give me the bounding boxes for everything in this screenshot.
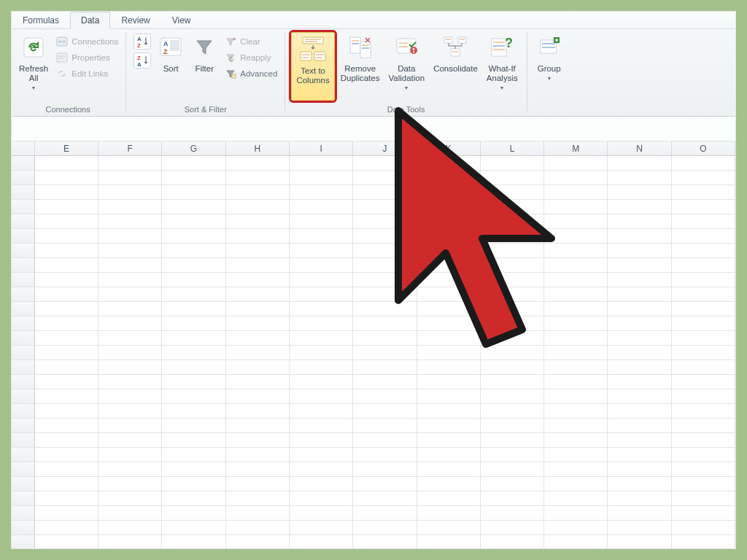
tab-view[interactable]: View bbox=[161, 12, 202, 28]
cell[interactable] bbox=[481, 491, 544, 506]
cell[interactable] bbox=[481, 316, 544, 331]
cell[interactable] bbox=[544, 258, 608, 273]
cell[interactable] bbox=[98, 258, 162, 273]
cell[interactable] bbox=[290, 214, 353, 229]
cell[interactable] bbox=[608, 360, 671, 375]
cell[interactable] bbox=[290, 448, 353, 462]
cell[interactable] bbox=[417, 171, 481, 185]
edit-links-button[interactable]: Edit Links bbox=[53, 66, 121, 82]
clear-filter-button[interactable]: Clear bbox=[221, 34, 280, 50]
cell[interactable] bbox=[672, 273, 735, 287]
cell[interactable] bbox=[672, 258, 735, 273]
cell[interactable] bbox=[672, 316, 735, 331]
connections-button[interactable]: Connections bbox=[53, 34, 121, 50]
cell[interactable] bbox=[290, 171, 353, 185]
row-header[interactable] bbox=[12, 419, 35, 433]
row-header[interactable] bbox=[12, 491, 35, 506]
cell[interactable] bbox=[481, 521, 544, 535]
sort-button[interactable]: A Z Sort bbox=[154, 31, 187, 99]
cell[interactable] bbox=[608, 346, 671, 360]
cell[interactable] bbox=[417, 331, 481, 346]
row-header[interactable] bbox=[12, 214, 35, 229]
cell[interactable] bbox=[162, 521, 225, 535]
cell[interactable] bbox=[98, 477, 162, 491]
cell[interactable] bbox=[417, 491, 481, 506]
cell[interactable] bbox=[35, 244, 98, 258]
cell[interactable] bbox=[481, 273, 544, 287]
cell[interactable] bbox=[608, 200, 671, 214]
cell[interactable] bbox=[417, 273, 481, 287]
cell[interactable] bbox=[608, 156, 671, 171]
cell[interactable] bbox=[35, 433, 98, 448]
cell[interactable] bbox=[290, 273, 353, 287]
cell[interactable] bbox=[417, 433, 481, 448]
cell[interactable] bbox=[608, 375, 671, 389]
cell[interactable] bbox=[290, 346, 353, 360]
column-header[interactable]: K bbox=[417, 141, 481, 155]
cell[interactable] bbox=[417, 521, 481, 535]
cell[interactable] bbox=[35, 404, 98, 419]
cell[interactable] bbox=[481, 477, 544, 491]
cell[interactable] bbox=[353, 273, 417, 287]
refresh-all-button[interactable]: Refresh All ▾ bbox=[15, 31, 53, 99]
cell[interactable] bbox=[481, 346, 544, 360]
cell[interactable] bbox=[417, 185, 481, 200]
cell[interactable] bbox=[98, 214, 162, 229]
row-header[interactable] bbox=[12, 287, 35, 302]
cell[interactable] bbox=[544, 462, 608, 477]
group-button[interactable]: Group ▾ bbox=[532, 31, 567, 99]
cell[interactable] bbox=[290, 302, 353, 316]
cell[interactable] bbox=[98, 448, 162, 462]
cell[interactable] bbox=[290, 433, 353, 448]
cell[interactable] bbox=[417, 419, 481, 433]
cell[interactable] bbox=[608, 448, 671, 462]
cell[interactable] bbox=[544, 244, 608, 258]
cell[interactable] bbox=[481, 258, 544, 273]
cell[interactable] bbox=[98, 302, 162, 316]
cell[interactable] bbox=[481, 506, 544, 521]
cell[interactable] bbox=[672, 535, 735, 548]
cell[interactable] bbox=[481, 433, 544, 448]
cell[interactable] bbox=[417, 346, 481, 360]
cell[interactable] bbox=[98, 316, 162, 331]
cell[interactable] bbox=[98, 244, 162, 258]
cell[interactable] bbox=[672, 244, 735, 258]
row-header[interactable] bbox=[12, 229, 35, 244]
cell[interactable] bbox=[98, 229, 162, 244]
cell[interactable] bbox=[290, 389, 353, 404]
cell[interactable] bbox=[162, 433, 225, 448]
cell[interactable] bbox=[672, 477, 735, 491]
cell[interactable] bbox=[98, 404, 162, 419]
cell[interactable] bbox=[162, 477, 225, 491]
cell[interactable] bbox=[98, 506, 162, 521]
cell[interactable] bbox=[98, 360, 162, 375]
row-header[interactable] bbox=[12, 521, 35, 535]
cell[interactable] bbox=[35, 491, 98, 506]
cell[interactable] bbox=[35, 462, 98, 477]
cell[interactable] bbox=[417, 506, 481, 521]
cell[interactable] bbox=[226, 171, 290, 185]
cell[interactable] bbox=[162, 258, 225, 273]
cell[interactable] bbox=[481, 535, 544, 548]
cell[interactable] bbox=[417, 360, 481, 375]
cell[interactable] bbox=[353, 331, 417, 346]
cell[interactable] bbox=[353, 535, 417, 548]
cell[interactable] bbox=[353, 156, 417, 171]
cell[interactable] bbox=[608, 491, 671, 506]
cell[interactable] bbox=[544, 346, 608, 360]
cell[interactable] bbox=[226, 273, 290, 287]
data-validation-button[interactable]: Data Validation ▾ bbox=[384, 31, 429, 99]
cell[interactable] bbox=[672, 156, 735, 171]
cell[interactable] bbox=[544, 316, 608, 331]
cell[interactable] bbox=[226, 389, 290, 404]
cell[interactable] bbox=[672, 302, 735, 316]
cell[interactable] bbox=[35, 287, 98, 302]
cell[interactable] bbox=[35, 214, 98, 229]
cell[interactable] bbox=[226, 404, 290, 419]
cell[interactable] bbox=[481, 462, 544, 477]
cell[interactable] bbox=[481, 200, 544, 214]
column-header[interactable]: O bbox=[672, 141, 735, 155]
cell[interactable] bbox=[162, 404, 225, 419]
cell[interactable] bbox=[672, 433, 735, 448]
cell[interactable] bbox=[672, 200, 735, 214]
